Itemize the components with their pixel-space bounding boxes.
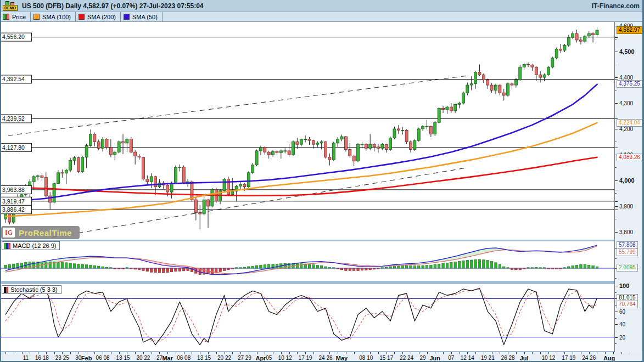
time-axis-label: 26 28 <box>501 355 515 361</box>
axis-tick-label: 40 <box>619 321 625 327</box>
axis-tick <box>615 180 618 181</box>
time-axis-label: 24 26 <box>582 355 596 361</box>
legend-item-price[interactable]: Price <box>0 12 31 21</box>
time-axis-label: 15 17 <box>379 355 393 361</box>
axis-tick-label: 3,900 <box>619 203 633 209</box>
time-axis-tick <box>467 352 468 354</box>
axis-tick <box>615 337 618 338</box>
svg-text:4,556.20: 4,556.20 <box>2 33 25 40</box>
time-axis-label: 27 <box>156 355 163 361</box>
time-axis-label: 22 24 <box>400 355 413 361</box>
axis-tick <box>615 39 617 39</box>
time-axis-tick <box>581 352 581 354</box>
axis-tick <box>615 324 618 325</box>
time-axis-tick <box>451 352 452 354</box>
time-axis-tick <box>524 352 525 354</box>
time-axis-label: 05 <box>266 355 272 361</box>
axis-tick <box>615 65 617 65</box>
time-axis-tick <box>564 352 565 354</box>
macd-label-text: MACD (12 26 9) <box>13 242 56 249</box>
svg-text:3,919.47: 3,919.47 <box>2 198 25 205</box>
time-axis-tick <box>167 352 168 354</box>
axis-tick-label: 20 <box>619 334 625 340</box>
axis-tick <box>615 193 617 194</box>
price-axis[interactable]: 4,6004,5004,4004,3004,2004,1004,0003,900… <box>614 22 644 352</box>
time-axis-tick <box>70 352 71 354</box>
axis-tick-label: 4,300 <box>619 100 633 106</box>
time-axis-tick <box>378 352 379 354</box>
time-axis-label: 07 <box>448 355 454 361</box>
price-chart-canvas[interactable]: 4,556.204,392.544,239.524,127.803,963.88… <box>0 22 614 240</box>
time-axis-tick <box>589 352 590 354</box>
time-axis-tick <box>338 352 338 354</box>
time-axis-tick <box>54 352 55 354</box>
time-axis-tick <box>22 352 23 354</box>
time-axis-tick <box>216 352 217 354</box>
axis-tick <box>615 77 618 78</box>
title-bar: DEMO US 500 (DFB) Daily 4,582.97 (+0.07%… <box>0 0 644 12</box>
time-axis-label: 20 22 <box>217 355 231 361</box>
time-axis-tick <box>313 352 314 354</box>
time-axis-tick <box>257 352 257 354</box>
time-axis-tick <box>46 352 47 354</box>
time-axis-tick <box>305 352 306 354</box>
axis-value-box: 4,089.26 <box>617 154 642 161</box>
axis-tick <box>615 258 617 259</box>
time-axis-tick <box>516 352 517 354</box>
axis-value-box: 4,224.04 <box>617 119 642 127</box>
time-axis-tick <box>492 352 492 354</box>
legend-sma200-label: SMA (200) <box>87 14 116 20</box>
stochastic-indicator-label[interactable]: Stochastic (5 3 3) <box>2 285 61 294</box>
time-axis-tick <box>152 352 152 354</box>
time-axis-tick <box>540 352 541 354</box>
time-axis-label: 27 29 <box>238 355 251 361</box>
axis-tick <box>615 343 617 344</box>
legend-sma100-label: SMA (100) <box>42 14 71 20</box>
time-axis-label: 10 12 <box>278 355 292 361</box>
time-axis-tick <box>281 352 282 354</box>
time-axis-tick <box>322 352 322 354</box>
time-axis-tick <box>119 352 120 354</box>
axis-tick <box>615 103 618 104</box>
time-axis-tick <box>273 352 273 354</box>
time-axis-tick <box>184 352 184 354</box>
legend-bar: Price SMA (100) SMA (200) SMA (50) <box>0 12 644 22</box>
prorealtime-text: ProRealTime <box>19 228 72 237</box>
axis-value-box: 2.0095 <box>617 264 638 272</box>
time-axis-label: 12 14 <box>461 355 474 361</box>
time-axis-tick <box>557 352 557 354</box>
time-axis-tick <box>289 352 290 354</box>
time-axis-tick <box>329 352 330 354</box>
axis-tick <box>615 201 618 202</box>
axis-value-box: 70.764 <box>617 301 638 308</box>
time-axis-tick <box>370 352 371 354</box>
time-axis-tick <box>225 352 225 354</box>
prorealtime-logo: IG ProRealTime <box>1 226 80 239</box>
stochastic-chart-canvas[interactable] <box>0 284 614 351</box>
legend-item-sma50[interactable]: SMA (50) <box>121 12 163 21</box>
axis-tick <box>615 278 617 279</box>
axis-tick <box>615 52 618 52</box>
time-axis-tick <box>143 352 144 354</box>
macd-icon <box>4 243 10 249</box>
time-axis-tick <box>297 352 298 354</box>
time-axis-tick <box>508 352 508 354</box>
axis-tick-label: 3,800 <box>619 229 633 235</box>
window-border <box>0 0 1 362</box>
ig-logo-icon: IG <box>3 228 15 237</box>
macd-chart-canvas[interactable] <box>0 241 614 281</box>
legend-item-sma100[interactable]: SMA (100) <box>31 12 76 21</box>
axis-value-box: 4,375.25 <box>617 80 642 88</box>
time-axis-tick <box>159 352 160 354</box>
sma100-swatch-icon <box>33 14 40 20</box>
time-axis-label: 17 19 <box>562 355 575 361</box>
time-axis-tick <box>192 352 192 354</box>
axis-tick <box>615 190 618 190</box>
time-axis-tick <box>87 352 87 354</box>
demo-badge-icon: DEMO <box>3 1 18 11</box>
stochastic-label-text: Stochastic (5 3 3) <box>10 286 58 293</box>
chart-window: DEMO US 500 (DFB) Daily 4,582.97 (+0.07%… <box>0 0 644 362</box>
legend-item-sma200[interactable]: SMA (200) <box>76 12 121 21</box>
axis-tick <box>615 286 618 286</box>
macd-indicator-label[interactable]: MACD (12 26 9) <box>2 241 60 250</box>
